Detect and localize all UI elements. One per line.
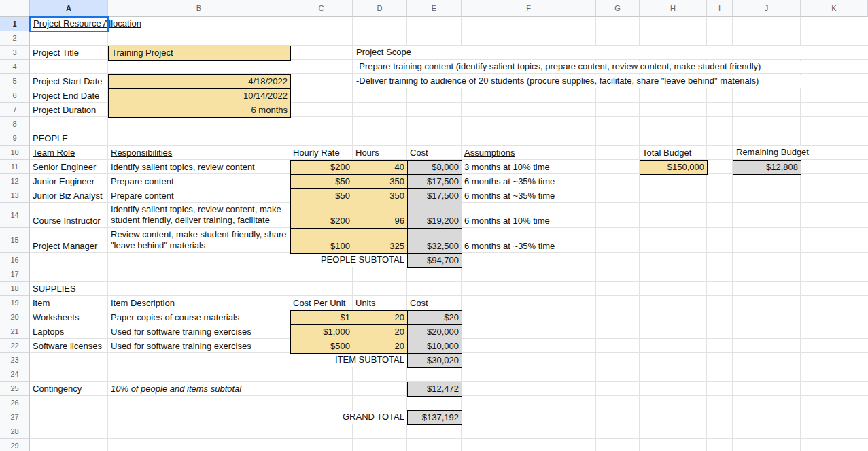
column-header-I[interactable]: I	[707, 0, 733, 17]
cell-A21[interactable]: Laptops	[30, 324, 108, 339]
column-header-H[interactable]: H	[640, 0, 707, 17]
row-header-1[interactable]: 1	[0, 17, 30, 31]
cell-B5[interactable]: 4/18/2022	[108, 74, 291, 89]
row-header-24[interactable]: 24	[0, 367, 30, 382]
cell-B19[interactable]: Item Description	[108, 296, 290, 310]
cell-F14[interactable]: 6 months at 10% time	[462, 203, 596, 228]
column-header-E[interactable]: E	[407, 0, 462, 17]
cell-C13[interactable]: $50	[290, 188, 353, 203]
cell-A7[interactable]: Project Duration	[30, 103, 108, 117]
cell-A3[interactable]: Project Title	[30, 46, 108, 60]
cell-A5[interactable]: Project Start Date	[30, 74, 108, 88]
column-header-D[interactable]: D	[353, 0, 407, 17]
cell-A11[interactable]: Senior Engineer	[30, 160, 108, 174]
cell-B25[interactable]: 10% of people and items subtotal	[108, 382, 290, 396]
cell-H11[interactable]: $150,000	[640, 160, 708, 175]
row-header-14[interactable]: 14	[0, 203, 30, 228]
cell-A10[interactable]: Team Role	[30, 146, 108, 160]
cell-D10[interactable]: Hours	[353, 146, 407, 160]
cell-E23[interactable]: $30,020	[407, 353, 462, 368]
cell-A15[interactable]: Project Manager	[30, 228, 108, 253]
cell-B13[interactable]: Prepare content	[108, 188, 290, 203]
cell-D20[interactable]: 20	[353, 310, 408, 325]
cell-A6[interactable]: Project End Date	[30, 88, 108, 103]
cell-B15[interactable]: Review content, make student friendly, s…	[108, 228, 290, 253]
cell-B10[interactable]: Responsibilities	[108, 146, 290, 160]
cell-A20[interactable]: Worksheets	[30, 310, 108, 324]
cell-F11[interactable]: 3 months at 10% time	[462, 160, 596, 174]
row-header-8[interactable]: 8	[0, 117, 30, 131]
column-header-B[interactable]: B	[108, 0, 290, 17]
column-header-G[interactable]: G	[596, 0, 640, 17]
row-header-17[interactable]: 17	[0, 267, 30, 282]
cell-D5[interactable]: -Deliver training to audience of 20 stud…	[353, 75, 868, 88]
cell-F12[interactable]: 6 months at ~35% time	[462, 174, 596, 188]
cell-C19[interactable]: Cost Per Unit	[290, 296, 353, 310]
column-header-F[interactable]: F	[462, 0, 596, 17]
cell-E21[interactable]: $20,000	[407, 324, 462, 339]
cell-D21[interactable]: 20	[353, 324, 408, 339]
row-header-25[interactable]: 25	[0, 382, 30, 396]
row-header-27[interactable]: 27	[0, 410, 30, 424]
cell-D13[interactable]: 350	[353, 188, 408, 203]
row-header-18[interactable]: 18	[0, 282, 30, 296]
row-header-26[interactable]: 26	[0, 396, 30, 410]
cell-D22[interactable]: 20	[353, 339, 408, 354]
cell-E20[interactable]: $20	[407, 310, 462, 325]
row-header-20[interactable]: 20	[0, 310, 30, 324]
cell-A12[interactable]: Junior Engineer	[30, 174, 108, 188]
cell-E14[interactable]: $19,200	[407, 203, 462, 229]
row-header-12[interactable]: 12	[0, 174, 30, 188]
cell-C12[interactable]: $50	[290, 174, 353, 189]
row-header-15[interactable]: 15	[0, 228, 30, 253]
cell-E11[interactable]: $8,000	[407, 160, 462, 175]
cell-A18[interactable]: SUPPLIES	[30, 282, 108, 296]
cell-B6[interactable]: 10/14/2022	[108, 88, 291, 103]
cell-A1[interactable]: Project Resource Allocation	[31, 18, 290, 31]
cell-D19[interactable]: Units	[353, 296, 407, 310]
cell-B11[interactable]: Identify salient topics, review content	[108, 160, 290, 174]
row-header-4[interactable]: 4	[0, 60, 30, 74]
cell-B14[interactable]: Identify salient topics, review content,…	[108, 203, 290, 228]
cell-D12[interactable]: 350	[353, 174, 408, 189]
cell-B21[interactable]: Used for software training exercises	[108, 324, 290, 339]
cell-E27[interactable]: $137,192	[407, 410, 462, 425]
row-header-5[interactable]: 5	[0, 74, 30, 88]
row-header-19[interactable]: 19	[0, 296, 30, 310]
cell-B7[interactable]: 6 months	[108, 103, 291, 118]
column-header-C[interactable]: C	[290, 0, 353, 17]
cell-A19[interactable]: Item	[30, 296, 108, 310]
cell-C23[interactable]: ITEM SUBTOTAL	[291, 354, 407, 367]
cell-B20[interactable]: Paper copies of course materials	[108, 310, 290, 324]
cell-A14[interactable]: Course Instructor	[30, 203, 108, 228]
cell-E19[interactable]: Cost	[407, 296, 462, 310]
cell-B3[interactable]: Training Project	[108, 46, 291, 61]
row-header-9[interactable]: 9	[0, 131, 30, 146]
cell-E22[interactable]: $10,000	[407, 339, 462, 354]
cell-J10[interactable]: Remaining Budget	[733, 146, 868, 159]
row-header-7[interactable]: 7	[0, 103, 30, 117]
cell-J11[interactable]: $12,808	[733, 160, 801, 175]
row-header-13[interactable]: 13	[0, 188, 30, 203]
cell-A13[interactable]: Junior Biz Analyst	[30, 188, 108, 203]
cell-D3[interactable]: Project Scope	[353, 46, 868, 59]
cell-C27[interactable]: GRAND TOTAL	[291, 411, 407, 424]
cell-C10[interactable]: Hourly Rate	[290, 146, 353, 160]
cell-C15[interactable]: $100	[290, 228, 353, 254]
row-header-21[interactable]: 21	[0, 324, 30, 339]
cell-D4[interactable]: -Prepare training content (identify sali…	[353, 61, 868, 73]
column-header-K[interactable]: K	[801, 0, 868, 17]
row-header-23[interactable]: 23	[0, 353, 30, 367]
cell-F10[interactable]: Assumptions	[462, 146, 596, 160]
cell-B12[interactable]: Prepare content	[108, 174, 290, 188]
cell-C22[interactable]: $500	[290, 339, 353, 354]
cell-D14[interactable]: 96	[353, 203, 408, 229]
cell-A25[interactable]: Contingency	[30, 382, 108, 396]
cell-E10[interactable]: Cost	[407, 146, 462, 160]
column-header-J[interactable]: J	[733, 0, 801, 17]
cell-B22[interactable]: Used for software training exercises	[108, 339, 290, 353]
cell-E15[interactable]: $32,500	[407, 228, 462, 254]
row-header-10[interactable]: 10	[0, 146, 30, 160]
row-header-16[interactable]: 16	[0, 253, 30, 267]
row-header-29[interactable]: 29	[0, 439, 30, 451]
